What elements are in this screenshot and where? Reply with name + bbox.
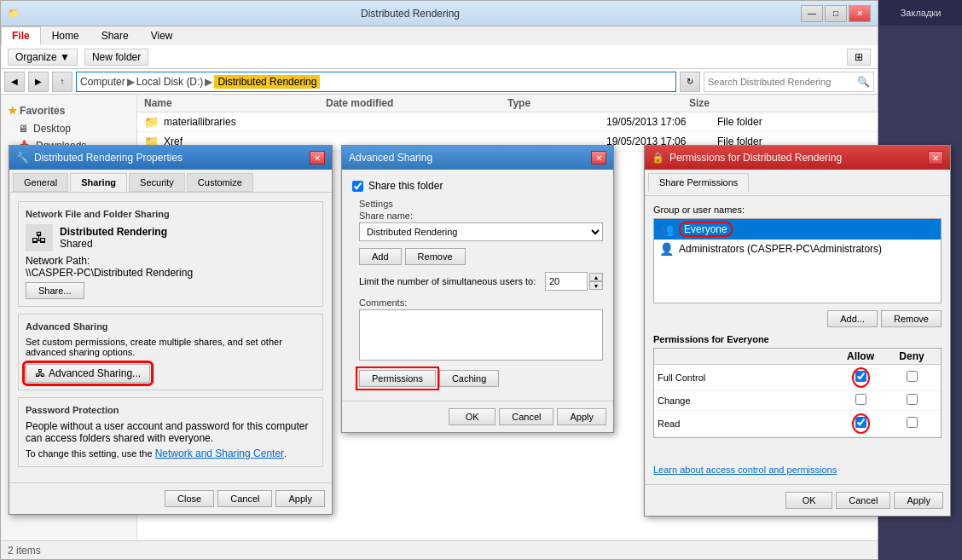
- props-dialog-content: Network File and Folder Sharing 🖧 Distri…: [9, 193, 332, 482]
- side-panel-title: Закладки: [879, 0, 962, 26]
- everyone-user-icon: 👥: [659, 222, 674, 236]
- fullcontrol-allow-checkbox[interactable]: [855, 371, 866, 382]
- share-name-label: Share name:: [359, 211, 603, 221]
- props-cancel-btn[interactable]: Cancel: [217, 490, 272, 507]
- settings-container: Settings Share name: Distributed Renderi…: [359, 199, 603, 387]
- spinner-down[interactable]: ▼: [589, 281, 603, 290]
- user-management-btns: Add... Remove: [653, 310, 942, 327]
- props-close-button[interactable]: ✕: [310, 151, 325, 165]
- limit-input[interactable]: [545, 272, 588, 291]
- close-button[interactable]: ✕: [849, 5, 871, 22]
- file-list-header: Name Date modified Type Size: [137, 95, 878, 113]
- permissions-table: Allow Deny Full Control Change Read: [653, 348, 942, 438]
- advanced-sharing-btn-label: Advanced Sharing...: [49, 367, 141, 379]
- share-btn-row: Add Remove: [359, 248, 603, 265]
- limit-row: Limit the number of simultaneous users t…: [359, 272, 603, 291]
- read-deny-checkbox[interactable]: [907, 417, 918, 428]
- breadcrumb-sep1: ▶: [127, 76, 135, 88]
- tab-file[interactable]: File: [1, 26, 41, 45]
- perm-remove-button[interactable]: Remove: [881, 310, 942, 327]
- network-icon: 🖧: [26, 224, 53, 251]
- perm-ok-btn[interactable]: OK: [785, 492, 832, 509]
- adv-apply-btn[interactable]: Apply: [557, 408, 606, 425]
- table-row[interactable]: 📁 materiallibraries 19/05/2013 17:06 Fil…: [137, 113, 878, 132]
- advanced-sharing-icon: 🖧: [35, 367, 45, 379]
- user-item-admins[interactable]: 👤 Administrators (CASPER-PC\Administrato…: [654, 240, 941, 258]
- tab-share[interactable]: Share: [90, 26, 140, 45]
- view-options-button[interactable]: ⊞: [847, 49, 871, 66]
- advanced-sharing-section: Advanced Sharing Set custom permissions,…: [18, 314, 323, 390]
- perm-dialog-icon: 🔒: [652, 152, 664, 164]
- password-section-title: Password Protection: [26, 405, 316, 415]
- share-name-select[interactable]: Distributed Rendering: [359, 222, 603, 241]
- settings-label: Settings: [359, 199, 603, 209]
- read-allow-checkbox[interactable]: [855, 417, 866, 428]
- share-folder-checkbox[interactable]: [352, 181, 363, 192]
- favorites-title: ★ Favorites: [1, 101, 136, 120]
- network-sharing-title: Network File and Folder Sharing: [26, 209, 316, 219]
- tab-general[interactable]: General: [13, 173, 68, 192]
- spinner-controls: ▲ ▼: [589, 273, 603, 290]
- up-button[interactable]: ↑: [52, 72, 72, 92]
- folder-icon: 📁: [144, 115, 159, 129]
- adv-ok-btn[interactable]: OK: [449, 408, 495, 425]
- props-apply-btn[interactable]: Apply: [275, 490, 325, 507]
- adv-close-button[interactable]: ✕: [591, 151, 606, 165]
- perm-table-header: Allow Deny: [654, 349, 941, 365]
- network-path-label: Network Path:: [26, 255, 90, 267]
- search-box: 🔍: [704, 72, 874, 92]
- props-close-btn[interactable]: Close: [165, 490, 214, 507]
- organize-button[interactable]: Organize ▼: [8, 49, 78, 66]
- advanced-sharing-button[interactable]: 🖧 Advanced Sharing...: [26, 364, 150, 383]
- learn-link-container: Learn about access control and permissio…: [653, 464, 942, 476]
- breadcrumb-current: Distributed Rendering: [214, 75, 320, 89]
- fullcontrol-allow-circle: [852, 367, 870, 388]
- learn-link[interactable]: Learn about access control and permissio…: [653, 465, 837, 475]
- perm-close-button[interactable]: ✕: [928, 151, 943, 165]
- perm-apply-btn[interactable]: Apply: [894, 492, 943, 509]
- fullcontrol-deny-checkbox[interactable]: [907, 371, 918, 382]
- comments-textarea[interactable]: [359, 309, 603, 361]
- adv-remove-button[interactable]: Remove: [405, 248, 466, 265]
- share-button[interactable]: Share...: [26, 282, 84, 299]
- address-path[interactable]: Computer ▶ Local Disk (D:) ▶ Distributed…: [76, 72, 676, 92]
- share-name-row: Distributed Rendering: [359, 222, 603, 241]
- refresh-button[interactable]: ↻: [680, 72, 700, 92]
- search-input[interactable]: [708, 77, 857, 87]
- everyone-user-name: Everyone: [679, 222, 733, 237]
- back-button[interactable]: ◀: [4, 72, 25, 92]
- desktop-icon: 🖥: [18, 123, 28, 135]
- network-sharing-center-link[interactable]: Network and Sharing Center: [155, 447, 284, 459]
- tab-sharing[interactable]: Sharing: [70, 173, 127, 192]
- tab-share-permissions[interactable]: Share Permissions: [648, 173, 749, 192]
- permissions-button[interactable]: Permissions: [359, 370, 436, 387]
- caching-button[interactable]: Caching: [439, 370, 499, 387]
- network-sharing-section: Network File and Folder Sharing 🖧 Distri…: [18, 201, 323, 307]
- limit-spinner: ▲ ▼: [545, 272, 603, 291]
- tab-view[interactable]: View: [140, 26, 184, 45]
- minimize-button[interactable]: —: [801, 5, 823, 22]
- perm-dialog-tabs: Share Permissions: [645, 170, 950, 196]
- change-deny-checkbox[interactable]: [907, 394, 918, 405]
- adv-title-bar: Advanced Sharing ✕: [342, 146, 613, 170]
- forward-button[interactable]: ▶: [28, 72, 49, 92]
- maximize-button[interactable]: □: [825, 5, 847, 22]
- title-bar: 📁 Distributed Rendering — □ ✕: [1, 1, 878, 26]
- tab-security[interactable]: Security: [129, 173, 185, 192]
- change-allow-checkbox[interactable]: [855, 394, 866, 405]
- sidebar-item-desktop[interactable]: 🖥 Desktop: [1, 120, 136, 137]
- adv-cancel-btn[interactable]: Cancel: [499, 408, 553, 425]
- perm-cancel-btn[interactable]: Cancel: [836, 492, 890, 509]
- share-folder-label: Share this folder: [368, 180, 443, 192]
- spinner-up[interactable]: ▲: [589, 273, 603, 281]
- ribbon-bar: Organize ▼ New folder ⊞: [1, 45, 878, 69]
- adv-add-button[interactable]: Add: [359, 248, 402, 265]
- new-folder-button[interactable]: New folder: [84, 49, 148, 66]
- tab-customize[interactable]: Customize: [187, 173, 253, 192]
- perm-add-button[interactable]: Add...: [827, 310, 878, 327]
- shared-status: Shared: [60, 238, 167, 250]
- user-list: 👥 Everyone 👤 Administrators (CASPER-PC\A…: [653, 218, 942, 303]
- user-item-everyone[interactable]: 👥 Everyone: [654, 219, 941, 240]
- tab-home[interactable]: Home: [41, 26, 90, 45]
- breadcrumb-sep2: ▶: [205, 76, 212, 88]
